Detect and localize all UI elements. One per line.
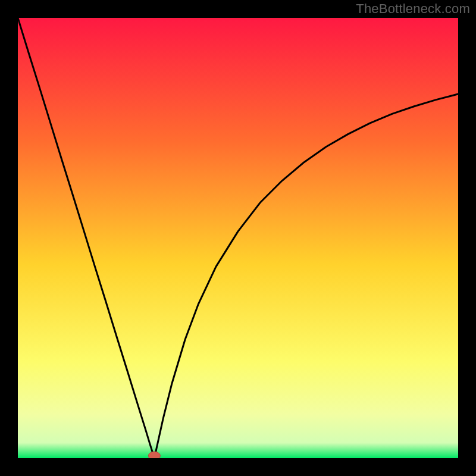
chart-svg bbox=[18, 18, 458, 458]
chart-frame: TheBottleneck.com bbox=[0, 0, 476, 476]
plot-area bbox=[18, 18, 458, 458]
gradient-background bbox=[18, 18, 458, 458]
watermark-text: TheBottleneck.com bbox=[356, 1, 470, 17]
minimum-marker bbox=[148, 452, 160, 458]
